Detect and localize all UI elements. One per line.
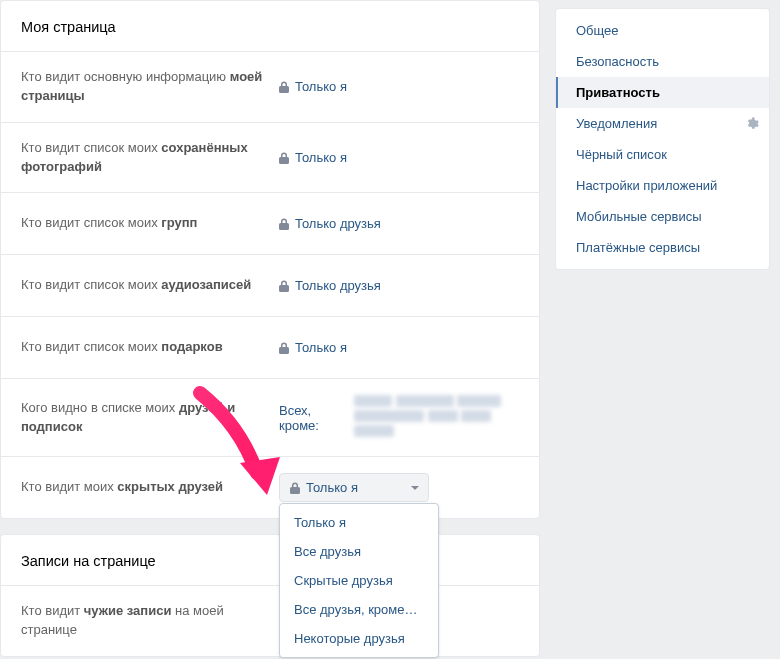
privacy-row-saved-photos: Кто видит список моих сохранённых фотогр… (1, 122, 539, 193)
row-label: Кто видит моих скрытых друзей (21, 478, 279, 497)
panel-my-page: Моя страница Кто видит основную информац… (0, 0, 540, 519)
lock-icon (279, 152, 289, 164)
row-label: Кто видит список моих подарков (21, 338, 279, 357)
lock-icon (279, 218, 289, 230)
panel-title-wall: Записи на странице (1, 535, 539, 585)
row-label: Кто видит список моих групп (21, 214, 279, 233)
privacy-row-others-posts: Кто видит чужие записи на моей странице (1, 585, 539, 656)
dropdown-hidden-friends[interactable]: Только я (279, 473, 429, 502)
lock-icon (279, 280, 289, 292)
nav-item-app-settings[interactable]: Настройки приложений (556, 170, 769, 201)
panel-wall-posts: Записи на странице Кто видит чужие запис… (0, 534, 540, 657)
row-label: Кто видит основную информацию моей стран… (21, 68, 279, 106)
dropdown-option[interactable]: Некоторые друзья (280, 624, 438, 653)
row-label: Кого видно в списке моих друзей и подпис… (21, 399, 279, 437)
row-label: Кто видит список моих аудиозаписей (21, 276, 279, 295)
row-value[interactable]: Всех, кроме: xxx xxxxx xxxx xxxxxx xxx x… (279, 395, 519, 440)
privacy-row-groups: Кто видит список моих групп Только друзь… (1, 192, 539, 254)
privacy-row-friends-list: Кого видно в списке моих друзей и подпис… (1, 378, 539, 456)
row-value[interactable]: Только друзья (279, 278, 519, 293)
nav-item-mobile[interactable]: Мобильные сервисы (556, 201, 769, 232)
nav-item-payments[interactable]: Платёжные сервисы (556, 232, 769, 263)
dropdown-menu-hidden-friends: Только я Все друзья Скрытые друзья Все д… (279, 503, 439, 658)
lock-icon (279, 81, 289, 93)
nav-item-privacy[interactable]: Приватность (556, 77, 769, 108)
row-value[interactable]: Только я (279, 340, 519, 355)
redacted-names: xxx xxxxx xxxx xxxxxx xxx xxx xxxx (354, 395, 519, 440)
row-label: Кто видит список моих сохранённых фотогр… (21, 139, 279, 177)
row-value[interactable]: Только я (279, 150, 519, 165)
row-value[interactable]: Только я (279, 79, 519, 94)
dropdown-option[interactable]: Все друзья, кроме… (280, 595, 438, 624)
privacy-row-audio: Кто видит список моих аудиозаписей Тольк… (1, 254, 539, 316)
lock-icon (290, 482, 300, 494)
chevron-down-icon (411, 486, 419, 490)
dropdown-option[interactable]: Все друзья (280, 537, 438, 566)
row-value[interactable]: Только друзья (279, 216, 519, 231)
lock-icon (279, 342, 289, 354)
dropdown-option[interactable]: Скрытые друзья (280, 566, 438, 595)
nav-item-blacklist[interactable]: Чёрный список (556, 139, 769, 170)
settings-nav: Общее Безопасность Приватность Уведомлен… (555, 8, 770, 270)
nav-item-security[interactable]: Безопасность (556, 46, 769, 77)
row-label: Кто видит чужие записи на моей странице (21, 602, 279, 640)
nav-item-notifications[interactable]: Уведомления (556, 108, 769, 139)
nav-item-general[interactable]: Общее (556, 15, 769, 46)
privacy-row-basic-info: Кто видит основную информацию моей стран… (1, 51, 539, 122)
panel-title-my-page: Моя страница (1, 1, 539, 51)
privacy-row-hidden-friends: Кто видит моих скрытых друзей Только я Т… (1, 456, 539, 518)
privacy-row-gifts: Кто видит список моих подарков Только я (1, 316, 539, 378)
gear-icon[interactable] (745, 117, 759, 131)
dropdown-option[interactable]: Только я (280, 508, 438, 537)
